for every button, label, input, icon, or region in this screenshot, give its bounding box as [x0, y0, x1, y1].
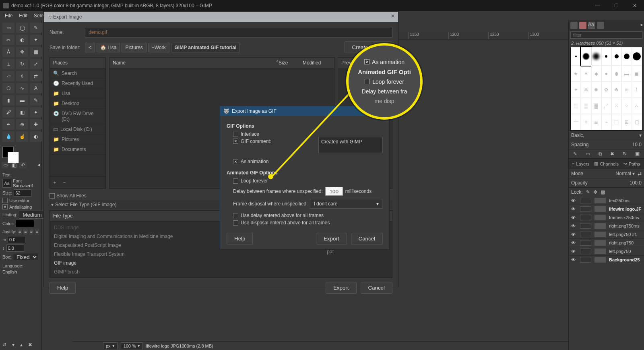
show-all-checkbox[interactable]: [50, 193, 55, 199]
layer-row[interactable]: 👁right.png750ms: [569, 222, 644, 230]
justify-fill-icon[interactable]: ≡: [35, 228, 39, 235]
justify-left-icon[interactable]: ≡: [18, 228, 22, 235]
use-delay-checkbox[interactable]: [233, 213, 238, 218]
minimize-button[interactable]: —: [588, 0, 607, 11]
layers-tab[interactable]: ≡ Layers: [570, 160, 591, 167]
tool-airbrush[interactable]: ✦: [30, 107, 42, 118]
gif-comment-input[interactable]: Created with GIMP: [318, 137, 383, 153]
delete-preset-icon[interactable]: ✖: [28, 342, 32, 348]
gif-help-button[interactable]: Help: [227, 233, 253, 244]
tool-warp[interactable]: ∿: [16, 83, 28, 93]
channels-tab[interactable]: ▦ Channels: [592, 160, 620, 167]
tool-measure[interactable]: Å: [2, 47, 14, 57]
refresh-brush-icon[interactable]: ↻: [623, 151, 627, 157]
layer-row[interactable]: 👁text250ms: [569, 197, 644, 205]
language-value[interactable]: English: [2, 269, 17, 274]
line-spacing-input[interactable]: [6, 244, 24, 252]
tool-paintbrush[interactable]: 🖌: [2, 107, 14, 118]
indent-input[interactable]: [8, 236, 25, 243]
paths-tab[interactable]: ↝ Paths: [622, 160, 642, 167]
layer-row[interactable]: 👁framesix250ms: [569, 213, 644, 222]
visibility-icon[interactable]: 👁: [571, 207, 577, 211]
tool-cage[interactable]: ⬡: [2, 83, 14, 93]
tool-pencil[interactable]: ✎: [30, 95, 42, 106]
mode-select[interactable]: Normal: [615, 171, 631, 176]
delete-brush-icon[interactable]: ✖: [610, 151, 614, 157]
gif-cancel-button[interactable]: Cancel: [351, 233, 383, 244]
fg-bg-swatch[interactable]: [2, 147, 14, 158]
lock-position-icon[interactable]: ✥: [593, 189, 597, 195]
reset-icon[interactable]: ↺: [2, 342, 6, 348]
visibility-icon[interactable]: 👁: [571, 215, 577, 220]
layer-row[interactable]: 👁left.png750: [569, 247, 644, 256]
antialias-checkbox[interactable]: ×: [2, 204, 8, 209]
places-search[interactable]: 🔍Search: [50, 68, 105, 79]
brush-grid[interactable]: ★✶◆●⬮▬◼ ✦❄✺✿☘≋⌇ ░▒▓⋰⁙⁘∴ 〰≡≣⌁⬚⊞▢: [570, 47, 642, 130]
edit-brush-icon[interactable]: ✎: [573, 151, 577, 157]
delay-input[interactable]: [325, 187, 343, 196]
tool-foreground-select[interactable]: ◐: [16, 35, 28, 45]
filetype-item[interactable]: Flexible Image Transport System: [50, 250, 392, 259]
sort-indicator-icon[interactable]: ˄: [267, 60, 279, 66]
add-bookmark-button[interactable]: ＋: [52, 179, 57, 186]
tool-gradient[interactable]: ▬: [16, 95, 28, 106]
visibility-icon[interactable]: 👁: [571, 240, 577, 245]
visibility-icon[interactable]: 👁: [571, 232, 577, 237]
use-editor-checkbox[interactable]: [2, 198, 8, 203]
col-name[interactable]: Name: [113, 60, 267, 66]
visibility-icon[interactable]: 👁: [571, 257, 577, 262]
patterns-tab-icon[interactable]: [579, 22, 586, 29]
units-select[interactable]: px ▾: [103, 342, 118, 349]
size-input[interactable]: [14, 189, 31, 197]
tool-crop[interactable]: ⟂: [2, 59, 14, 69]
tool-text[interactable]: A: [30, 83, 42, 93]
layer-name[interactable]: text250ms: [609, 198, 630, 203]
help-button[interactable]: Help: [50, 282, 76, 294]
layer-name[interactable]: framesix250ms: [609, 215, 639, 220]
crumb-back[interactable]: <: [85, 43, 95, 52]
filetype-item-selected[interactable]: GIF image: [50, 259, 392, 267]
dock-menu-icon[interactable]: ◂: [640, 22, 642, 29]
filetype-item[interactable]: GIMP brush (animated): [50, 276, 392, 278]
dock-menu-icon[interactable]: ◂: [37, 162, 40, 168]
export-close-button[interactable]: ✕: [391, 13, 395, 19]
tool-free-select[interactable]: ✎: [30, 23, 42, 33]
tool-ink[interactable]: ✒: [2, 119, 14, 130]
new-brush-icon[interactable]: ▭: [586, 151, 590, 157]
col-modified[interactable]: Modified: [303, 60, 331, 66]
tool-fuzzy-select[interactable]: ✦: [30, 35, 42, 45]
col-size[interactable]: Size: [279, 60, 303, 66]
save-preset-icon[interactable]: ▾: [12, 342, 14, 348]
maximize-button[interactable]: ☐: [607, 0, 625, 11]
history-tab-icon[interactable]: [597, 22, 604, 29]
places-dvd[interactable]: 💿DVD RW Drive (D:): [50, 109, 105, 124]
menu-edit[interactable]: Edit: [16, 12, 31, 19]
justify-right-icon[interactable]: ≡: [29, 228, 33, 235]
lock-alpha-icon[interactable]: ▩: [601, 189, 605, 195]
close-button[interactable]: ✕: [625, 0, 644, 11]
layer-name[interactable]: left.png750: [609, 249, 631, 254]
crumb[interactable]: Pictures: [122, 43, 146, 52]
brushes-tab-icon[interactable]: [570, 22, 578, 29]
places-desktop[interactable]: 📁Desktop: [50, 99, 105, 109]
gif-comment-checkbox[interactable]: ×: [233, 139, 238, 144]
load-preset-icon[interactable]: ▴: [20, 342, 23, 348]
fonts-tab-icon[interactable]: Aa: [588, 22, 595, 29]
places-recent[interactable]: 🕘Recently Used: [50, 79, 105, 89]
layer-name[interactable]: Background25: [609, 257, 640, 262]
tool-bucket[interactable]: ▮: [2, 95, 14, 106]
layer-name[interactable]: right.png750ms: [609, 224, 640, 228]
layer-name[interactable]: lifewire logo.JF: [609, 207, 641, 211]
dock-tab-icon[interactable]: ↶: [19, 162, 27, 168]
filetype-item[interactable]: GIMP brush: [50, 267, 392, 276]
crumb-current[interactable]: GIMP animated GIF tutorial: [171, 43, 240, 52]
menu-file[interactable]: File: [2, 12, 16, 19]
tool-heal[interactable]: ✚: [30, 119, 42, 130]
tool-align[interactable]: ▦: [30, 47, 42, 57]
spacing-value[interactable]: 10.0: [632, 142, 642, 147]
font-preview-icon[interactable]: Aa: [2, 179, 11, 188]
select-filetype-label[interactable]: Select File Type (GIF image): [55, 202, 117, 207]
tool-ellipse-select[interactable]: ◯: [16, 23, 28, 33]
layer-name[interactable]: left.png750 #1: [609, 232, 637, 237]
tool-move[interactable]: ✥: [16, 47, 28, 57]
